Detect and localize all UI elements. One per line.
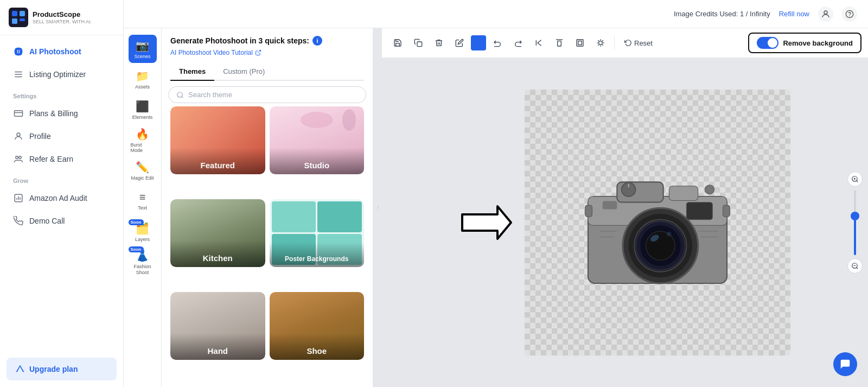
zoom-controls	[847, 172, 863, 274]
remove-background-btn[interactable]: Remove background	[748, 33, 861, 53]
theme-card-featured[interactable]: Featured	[170, 106, 265, 174]
svg-line-24	[182, 96, 183, 98]
theme-card-studio[interactable]: Studio	[270, 106, 365, 174]
ai-photoshoot-label: AI Photoshoot	[29, 47, 81, 56]
app-tagline: SELL SMARTER. WITH AI.	[33, 19, 92, 24]
svg-line-69	[857, 268, 858, 269]
canvas-frame-btn[interactable]	[571, 34, 589, 52]
canvas-effects-btn[interactable]	[591, 34, 610, 52]
topbar: Image Credits Used: 1 / Infinity Refill …	[124, 0, 868, 28]
svg-line-38	[598, 45, 598, 45]
svg-rect-4	[20, 18, 25, 21]
search-box	[168, 86, 366, 103]
tabs-row: Themes Custom (Pro)	[170, 63, 364, 81]
svg-point-31	[599, 41, 603, 45]
canvas-copy-btn[interactable]	[409, 34, 427, 52]
tutorial-link[interactable]: AI Photoshoot Video Tutorial	[170, 49, 364, 56]
sidebar-item-plans-billing[interactable]: Plans & Billing	[4, 103, 119, 124]
theme-shoe-label: Shoe	[270, 333, 365, 360]
zoom-in-btn[interactable]	[847, 172, 863, 187]
logo-area: ProductScope SELL SMARTER. WITH AI.	[0, 0, 123, 35]
svg-line-65	[857, 181, 858, 182]
svg-rect-25	[417, 42, 422, 47]
toolbar-btn-magic-edit[interactable]: ✏️ Magic Edit	[129, 156, 157, 185]
sidebar-item-demo-call[interactable]: Demo Call	[4, 210, 119, 232]
themes-header: Generate Photoshoot in 3 quick steps: i …	[162, 28, 373, 81]
toolbar-btn-burst-mode[interactable]: 🔥 Burst Mode	[129, 126, 157, 154]
refill-link[interactable]: Refill now	[779, 10, 809, 18]
phone-icon	[13, 215, 24, 226]
canvas-prev-btn[interactable]	[529, 34, 548, 52]
theme-card-poster[interactable]: Poster Backgrounds	[270, 199, 365, 267]
refer-earn-label: Refer & Earn	[29, 155, 73, 163]
sidebar: ProductScope SELL SMARTER. WITH AI. AI P…	[0, 0, 124, 387]
svg-line-39	[602, 40, 603, 41]
photoshoot-icon	[13, 46, 24, 57]
profile-icon	[13, 131, 24, 142]
canvas-reset-btn[interactable]: Reset	[619, 36, 658, 50]
sidebar-navigation: AI Photoshoot Listing Optimizer Settings…	[0, 35, 123, 351]
sidebar-item-refer-earn[interactable]: Refer & Earn	[4, 148, 119, 170]
canvas-delete-btn[interactable]	[430, 34, 448, 52]
svg-point-51	[667, 232, 672, 237]
amazon-ad-audit-label: Amazon Ad Audit	[29, 194, 87, 202]
main-content: Image Credits Used: 1 / Infinity Refill …	[124, 0, 868, 387]
toolbar-btn-layers[interactable]: Soon 🗂️ Layers	[129, 217, 157, 245]
info-icon[interactable]: i	[312, 36, 322, 46]
svg-point-6	[17, 50, 20, 53]
plans-billing-label: Plans & Billing	[29, 109, 78, 118]
canvas-align-top-btn[interactable]	[550, 34, 569, 52]
svg-point-54	[705, 185, 714, 194]
svg-rect-28	[558, 41, 561, 46]
logo-icon	[9, 8, 28, 27]
toolbar-btn-text[interactable]: ≡ Text	[129, 187, 157, 215]
canvas-redo-btn[interactable]	[509, 34, 527, 52]
toolbar-btn-assets[interactable]: 📁 Assets	[129, 65, 157, 93]
canvas-save-btn[interactable]	[388, 34, 407, 52]
tab-custom-pro[interactable]: Custom (Pro)	[214, 63, 273, 81]
grow-section-label: Grow	[0, 171, 123, 186]
toolbar-btn-fashion-shoot[interactable]: Soon 👗 Fashion Shoot	[129, 248, 157, 276]
remove-bg-toggle[interactable]	[757, 37, 778, 49]
refer-icon	[13, 154, 24, 164]
sidebar-item-amazon-ad-audit[interactable]: Amazon Ad Audit	[4, 187, 119, 209]
steps-title-text: Generate Photoshoot in 3 quick steps:	[170, 36, 309, 45]
toolbar-btn-elements[interactable]: ⬛ Elements	[129, 96, 157, 124]
svg-rect-44	[669, 186, 698, 201]
app-name: ProductScope	[33, 10, 92, 19]
svg-rect-62	[585, 205, 592, 217]
themes-grid: Featured Studio Kitchen	[162, 106, 373, 387]
upgrade-plan-button[interactable]: Upgrade plan	[7, 358, 117, 380]
svg-rect-0	[9, 8, 28, 27]
canvas-undo-btn[interactable]	[488, 34, 507, 52]
theme-poster-label: Poster Backgrounds	[270, 242, 365, 267]
zoom-slider[interactable]	[854, 190, 856, 255]
canvas-edit-btn[interactable]	[450, 34, 469, 52]
sidebar-item-ai-photoshoot[interactable]: AI Photoshoot	[4, 41, 119, 62]
left-panel: 📷 Scenes 📁 Assets ⬛ Elements 🔥 Burst Mod…	[124, 28, 373, 387]
user-icon[interactable]	[818, 7, 833, 22]
tab-themes[interactable]: Themes	[170, 63, 214, 81]
svg-rect-63	[723, 205, 730, 217]
canvas-color-btn[interactable]	[471, 35, 486, 50]
theme-card-hand[interactable]: Hand	[170, 292, 265, 360]
svg-marker-40	[462, 206, 511, 239]
svg-point-14	[19, 156, 22, 159]
theme-card-kitchen[interactable]: Kitchen	[170, 199, 265, 267]
content-row: 📷 Scenes 📁 Assets ⬛ Elements 🔥 Burst Mod…	[124, 28, 868, 387]
sidebar-item-listing-optimizer[interactable]: Listing Optimizer	[4, 64, 119, 85]
icon-toolbar: 📷 Scenes 📁 Assets ⬛ Elements 🔥 Burst Mod…	[124, 28, 162, 387]
zoom-out-btn[interactable]	[847, 258, 863, 274]
sidebar-item-profile[interactable]: Profile	[4, 125, 119, 147]
canvas-toolbar: Reset Remove background	[382, 28, 868, 58]
toolbar-btn-scenes[interactable]: 📷 Scenes	[129, 35, 157, 63]
theme-card-shoe[interactable]: Shoe	[270, 292, 365, 360]
svg-point-12	[17, 133, 20, 136]
chat-bubble-btn[interactable]	[833, 352, 857, 376]
help-icon[interactable]	[842, 7, 857, 22]
resize-handle[interactable]: ⋮	[373, 28, 382, 387]
arrow-container	[459, 204, 514, 242]
settings-section-label: Settings	[0, 86, 123, 101]
canvas-board[interactable]	[525, 90, 790, 356]
search-input[interactable]	[188, 91, 358, 99]
